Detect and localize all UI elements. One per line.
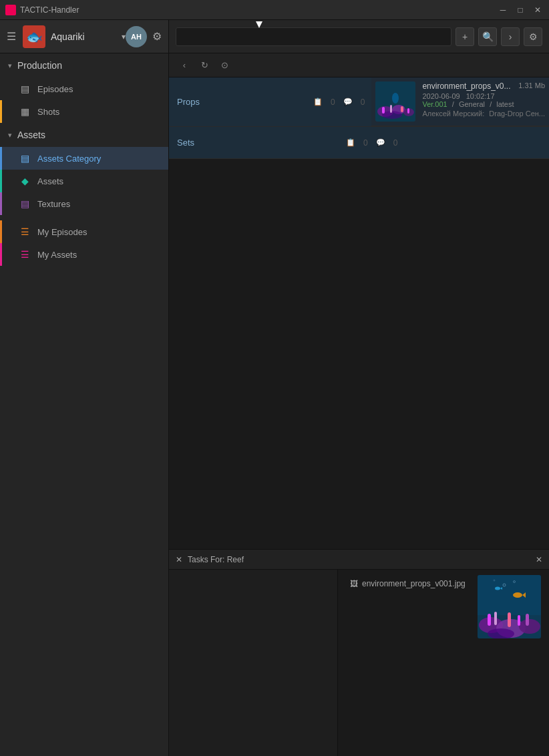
secondary-toolbar: ‹ ↻ ⊙ [169,53,549,77]
content-area: Props 📋 0 💬 0 [169,77,549,549]
titlebar: TACTIC-Handler ─ □ ✕ [0,0,549,20]
bottom-panel-left [169,570,338,756]
textures-icon: ▤ [19,198,31,209]
tasks-icon-sets: 📋 [346,138,355,147]
svg-rect-18 [494,612,497,625]
sidebar-item-textures[interactable]: ▤ Textures [0,192,168,215]
top-toolbar: + 🔍 › ⚙ [169,20,549,53]
image-preview [478,575,541,638]
sidebar-item-label-assets: Assets [37,176,63,186]
sidebar-item-assets[interactable]: ◆ Assets [0,170,168,192]
refresh-button[interactable]: ↻ [196,57,213,74]
production-section-header[interactable]: ▾ Production [0,53,168,77]
avatar[interactable]: AH [126,26,147,47]
search-input[interactable] [176,27,451,46]
category-meta-sets: 📋 0 💬 0 [339,133,549,153]
my-assets-icon: ☰ [19,249,31,260]
sidebar-item-my-assets[interactable]: ☰ My Assets [0,243,168,266]
svg-point-4 [382,111,402,119]
assets-label: Assets [17,130,45,140]
sidebar-item-episodes[interactable]: ▤ Episodes [0,77,168,100]
category-name-sets: Sets [169,132,339,153]
production-chevron: ▾ [8,61,12,70]
panel-close-icon-right[interactable]: ✕ [536,555,542,564]
sidebar-item-label-episodes: Episodes [37,84,73,94]
svg-rect-5 [382,107,385,114]
svg-rect-7 [401,106,403,112]
back-button[interactable]: ‹ [176,57,193,74]
svg-rect-17 [488,614,491,626]
tasks-count-sets: 0 [363,138,368,148]
logo-icon: 🐟 [26,29,43,45]
svg-point-24 [495,587,500,590]
main-content: + 🔍 › ⚙ ‹ ↻ ⊙ Props 📋 0 💬 0 [169,20,549,756]
bottom-panel-header: ✕ Tasks For: Reef ✕ [169,550,549,570]
svg-point-9 [392,93,399,104]
svg-rect-19 [508,612,511,627]
svg-rect-21 [526,614,529,626]
search-button[interactable]: 🔍 [478,27,497,46]
sidebar-item-label-shots: Shots [37,107,59,117]
my-episodes-icon: ☰ [19,226,31,237]
history-button[interactable]: ⊙ [216,57,233,74]
svg-point-22 [513,592,522,598]
sidebar: ☰ 🐟 Aquariki ▾ AH ⚙ ▾ Production ▤ Episo… [0,20,169,756]
assets-section-header[interactable]: ▾ Assets [0,123,168,147]
file-name: environment_props_v001.jpg [362,579,466,588]
sidebar-item-assets-category[interactable]: ▤ Assets Category [0,147,168,170]
sidebar-item-label-my-episodes: My Episodes [37,227,87,237]
maximize-button[interactable]: □ [514,4,526,16]
settings-button[interactable]: ⚙ [524,27,542,46]
hamburger-icon[interactable]: ☰ [7,30,16,43]
asset-category: General [459,100,485,108]
asset-note: Алексей Мерский: Drag-Drop Сен... [422,110,545,118]
production-label: Production [17,60,62,71]
sidebar-item-my-episodes[interactable]: ☰ My Episodes [0,220,168,243]
tasks-icon-props: 📋 [313,98,323,106]
logo-box: 🐟 [23,25,45,48]
gear-icon[interactable]: ⚙ [152,30,162,43]
bottom-panel: ✕ Tasks For: Reef ✕ 🖼 environment_props_… [169,549,549,756]
assets-category-icon: ▤ [19,153,31,164]
minimize-button[interactable]: ─ [497,4,509,16]
app-icon [5,5,16,15]
tasks-count-props: 0 [331,98,335,107]
app-container: ☰ 🐟 Aquariki ▾ AH ⚙ ▾ Production ▤ Episo… [0,20,549,756]
asset-version: Ver.001 [422,100,447,108]
assets-icon: ◆ [19,176,31,186]
notes-icon-props: 💬 [343,98,353,106]
sidebar-right-icons: AH ⚙ [126,26,162,47]
asset-size: 1.31 Mb [518,81,545,89]
sidebar-item-shots[interactable]: ▦ Shots [0,100,168,123]
asset-filename: environment_props_v0... [422,81,510,91]
sidebar-item-label-my-assets: My Assets [37,250,77,260]
svg-rect-20 [518,615,520,626]
panel-close-icon-left[interactable]: ✕ [176,555,182,564]
window-controls: ─ □ ✕ [497,4,544,16]
panel-title: Tasks For: Reef [188,555,530,564]
svg-rect-8 [407,108,409,114]
file-item[interactable]: 🖼 environment_props_v001.jpg [343,575,472,592]
svg-rect-6 [390,105,392,113]
shots-icon: ▦ [19,106,31,117]
table-row[interactable]: Props 📋 0 💬 0 [169,77,549,127]
notes-icon-sets: 💬 [376,138,385,147]
add-button[interactable]: + [455,27,474,46]
notes-count-sets: 0 [393,138,398,148]
table-row[interactable]: Sets 📋 0 💬 0 [169,127,549,159]
notes-count-props: 0 [361,98,365,107]
close-button[interactable]: ✕ [532,4,544,16]
sidebar-item-label-textures: Textures [37,199,70,209]
app-title: TACTIC-Handler [20,5,497,15]
forward-button[interactable]: › [501,27,520,46]
svg-rect-11 [478,575,541,615]
asset-thumbnail [375,81,415,122]
asset-info: environment_props_v0... 1.31 Mb 2020-06-… [422,81,545,118]
asset-tag: latest [496,100,514,108]
episodes-icon: ▤ [19,83,31,94]
sidebar-item-label-assets-category: Assets Category [37,154,101,164]
asset-date: 2020-06-09 10:02:17 [422,92,545,100]
sidebar-header: ☰ 🐟 Aquariki ▾ AH ⚙ [0,20,168,53]
bottom-panel-content: 🖼 environment_props_v001.jpg [169,570,549,756]
asset-item-highlighted[interactable]: environment_props_v0... 1.31 Mb 2020-06-… [371,77,549,126]
